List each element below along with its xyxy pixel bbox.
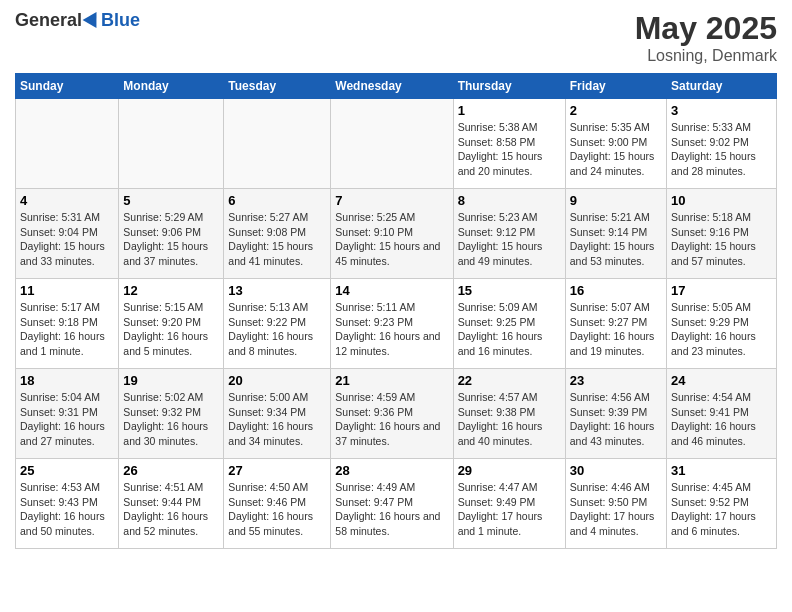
- table-row: 22Sunrise: 4:57 AM Sunset: 9:38 PM Dayli…: [453, 369, 565, 459]
- header-sunday: Sunday: [16, 74, 119, 99]
- header-area: General Blue May 2025 Losning, Denmark: [15, 10, 777, 65]
- table-row: 2Sunrise: 5:35 AM Sunset: 9:00 PM Daylig…: [565, 99, 666, 189]
- table-row: 5Sunrise: 5:29 AM Sunset: 9:06 PM Daylig…: [119, 189, 224, 279]
- table-row: 7Sunrise: 5:25 AM Sunset: 9:10 PM Daylig…: [331, 189, 453, 279]
- table-row: 31Sunrise: 4:45 AM Sunset: 9:52 PM Dayli…: [667, 459, 777, 549]
- cell-content: Sunrise: 5:38 AM Sunset: 8:58 PM Dayligh…: [458, 120, 561, 179]
- title-area: May 2025 Losning, Denmark: [635, 10, 777, 65]
- table-row: [224, 99, 331, 189]
- table-row: 29Sunrise: 4:47 AM Sunset: 9:49 PM Dayli…: [453, 459, 565, 549]
- cell-content: Sunrise: 5:25 AM Sunset: 9:10 PM Dayligh…: [335, 210, 448, 269]
- day-number: 13: [228, 283, 326, 298]
- header-tuesday: Tuesday: [224, 74, 331, 99]
- calendar-title: May 2025: [635, 10, 777, 47]
- table-row: 8Sunrise: 5:23 AM Sunset: 9:12 PM Daylig…: [453, 189, 565, 279]
- cell-content: Sunrise: 5:27 AM Sunset: 9:08 PM Dayligh…: [228, 210, 326, 269]
- table-row: 9Sunrise: 5:21 AM Sunset: 9:14 PM Daylig…: [565, 189, 666, 279]
- table-row: 13Sunrise: 5:13 AM Sunset: 9:22 PM Dayli…: [224, 279, 331, 369]
- cell-content: Sunrise: 5:23 AM Sunset: 9:12 PM Dayligh…: [458, 210, 561, 269]
- calendar-subtitle: Losning, Denmark: [635, 47, 777, 65]
- day-number: 29: [458, 463, 561, 478]
- day-number: 18: [20, 373, 114, 388]
- table-row: 23Sunrise: 4:56 AM Sunset: 9:39 PM Dayli…: [565, 369, 666, 459]
- table-row: 21Sunrise: 4:59 AM Sunset: 9:36 PM Dayli…: [331, 369, 453, 459]
- calendar-table: Sunday Monday Tuesday Wednesday Thursday…: [15, 73, 777, 549]
- cell-content: Sunrise: 4:51 AM Sunset: 9:44 PM Dayligh…: [123, 480, 219, 539]
- cell-content: Sunrise: 4:49 AM Sunset: 9:47 PM Dayligh…: [335, 480, 448, 539]
- header-thursday: Thursday: [453, 74, 565, 99]
- table-row: [16, 99, 119, 189]
- calendar-container: General Blue May 2025 Losning, Denmark S…: [0, 0, 792, 559]
- day-number: 20: [228, 373, 326, 388]
- cell-content: Sunrise: 4:50 AM Sunset: 9:46 PM Dayligh…: [228, 480, 326, 539]
- cell-content: Sunrise: 5:11 AM Sunset: 9:23 PM Dayligh…: [335, 300, 448, 359]
- cell-content: Sunrise: 5:33 AM Sunset: 9:02 PM Dayligh…: [671, 120, 772, 179]
- cell-content: Sunrise: 5:17 AM Sunset: 9:18 PM Dayligh…: [20, 300, 114, 359]
- day-number: 4: [20, 193, 114, 208]
- day-number: 2: [570, 103, 662, 118]
- cell-content: Sunrise: 5:35 AM Sunset: 9:00 PM Dayligh…: [570, 120, 662, 179]
- cell-content: Sunrise: 5:05 AM Sunset: 9:29 PM Dayligh…: [671, 300, 772, 359]
- table-row: 25Sunrise: 4:53 AM Sunset: 9:43 PM Dayli…: [16, 459, 119, 549]
- day-number: 28: [335, 463, 448, 478]
- cell-content: Sunrise: 5:04 AM Sunset: 9:31 PM Dayligh…: [20, 390, 114, 449]
- cell-content: Sunrise: 4:45 AM Sunset: 9:52 PM Dayligh…: [671, 480, 772, 539]
- day-number: 12: [123, 283, 219, 298]
- table-row: 28Sunrise: 4:49 AM Sunset: 9:47 PM Dayli…: [331, 459, 453, 549]
- calendar-week-row: 11Sunrise: 5:17 AM Sunset: 9:18 PM Dayli…: [16, 279, 777, 369]
- cell-content: Sunrise: 5:21 AM Sunset: 9:14 PM Dayligh…: [570, 210, 662, 269]
- cell-content: Sunrise: 4:53 AM Sunset: 9:43 PM Dayligh…: [20, 480, 114, 539]
- table-row: 15Sunrise: 5:09 AM Sunset: 9:25 PM Dayli…: [453, 279, 565, 369]
- logo-blue: Blue: [101, 10, 140, 31]
- day-number: 14: [335, 283, 448, 298]
- cell-content: Sunrise: 5:09 AM Sunset: 9:25 PM Dayligh…: [458, 300, 561, 359]
- cell-content: Sunrise: 5:31 AM Sunset: 9:04 PM Dayligh…: [20, 210, 114, 269]
- table-row: 3Sunrise: 5:33 AM Sunset: 9:02 PM Daylig…: [667, 99, 777, 189]
- cell-content: Sunrise: 5:13 AM Sunset: 9:22 PM Dayligh…: [228, 300, 326, 359]
- calendar-week-row: 4Sunrise: 5:31 AM Sunset: 9:04 PM Daylig…: [16, 189, 777, 279]
- calendar-week-row: 25Sunrise: 4:53 AM Sunset: 9:43 PM Dayli…: [16, 459, 777, 549]
- header-friday: Friday: [565, 74, 666, 99]
- day-number: 1: [458, 103, 561, 118]
- table-row: 26Sunrise: 4:51 AM Sunset: 9:44 PM Dayli…: [119, 459, 224, 549]
- cell-content: Sunrise: 4:57 AM Sunset: 9:38 PM Dayligh…: [458, 390, 561, 449]
- day-number: 27: [228, 463, 326, 478]
- table-row: 18Sunrise: 5:04 AM Sunset: 9:31 PM Dayli…: [16, 369, 119, 459]
- day-number: 26: [123, 463, 219, 478]
- days-header-row: Sunday Monday Tuesday Wednesday Thursday…: [16, 74, 777, 99]
- table-row: 16Sunrise: 5:07 AM Sunset: 9:27 PM Dayli…: [565, 279, 666, 369]
- table-row: 10Sunrise: 5:18 AM Sunset: 9:16 PM Dayli…: [667, 189, 777, 279]
- cell-content: Sunrise: 4:59 AM Sunset: 9:36 PM Dayligh…: [335, 390, 448, 449]
- day-number: 19: [123, 373, 219, 388]
- day-number: 30: [570, 463, 662, 478]
- table-row: 30Sunrise: 4:46 AM Sunset: 9:50 PM Dayli…: [565, 459, 666, 549]
- header-monday: Monday: [119, 74, 224, 99]
- day-number: 15: [458, 283, 561, 298]
- day-number: 25: [20, 463, 114, 478]
- table-row: 27Sunrise: 4:50 AM Sunset: 9:46 PM Dayli…: [224, 459, 331, 549]
- day-number: 9: [570, 193, 662, 208]
- table-row: 4Sunrise: 5:31 AM Sunset: 9:04 PM Daylig…: [16, 189, 119, 279]
- table-row: 11Sunrise: 5:17 AM Sunset: 9:18 PM Dayli…: [16, 279, 119, 369]
- day-number: 3: [671, 103, 772, 118]
- logo: General Blue: [15, 10, 140, 31]
- day-number: 10: [671, 193, 772, 208]
- table-row: 14Sunrise: 5:11 AM Sunset: 9:23 PM Dayli…: [331, 279, 453, 369]
- cell-content: Sunrise: 4:56 AM Sunset: 9:39 PM Dayligh…: [570, 390, 662, 449]
- table-row: 20Sunrise: 5:00 AM Sunset: 9:34 PM Dayli…: [224, 369, 331, 459]
- table-row: 6Sunrise: 5:27 AM Sunset: 9:08 PM Daylig…: [224, 189, 331, 279]
- cell-content: Sunrise: 5:29 AM Sunset: 9:06 PM Dayligh…: [123, 210, 219, 269]
- table-row: [119, 99, 224, 189]
- day-number: 17: [671, 283, 772, 298]
- day-number: 11: [20, 283, 114, 298]
- table-row: [331, 99, 453, 189]
- day-number: 7: [335, 193, 448, 208]
- header-saturday: Saturday: [667, 74, 777, 99]
- day-number: 8: [458, 193, 561, 208]
- table-row: 19Sunrise: 5:02 AM Sunset: 9:32 PM Dayli…: [119, 369, 224, 459]
- cell-content: Sunrise: 4:46 AM Sunset: 9:50 PM Dayligh…: [570, 480, 662, 539]
- cell-content: Sunrise: 5:00 AM Sunset: 9:34 PM Dayligh…: [228, 390, 326, 449]
- cell-content: Sunrise: 4:54 AM Sunset: 9:41 PM Dayligh…: [671, 390, 772, 449]
- cell-content: Sunrise: 5:07 AM Sunset: 9:27 PM Dayligh…: [570, 300, 662, 359]
- table-row: 12Sunrise: 5:15 AM Sunset: 9:20 PM Dayli…: [119, 279, 224, 369]
